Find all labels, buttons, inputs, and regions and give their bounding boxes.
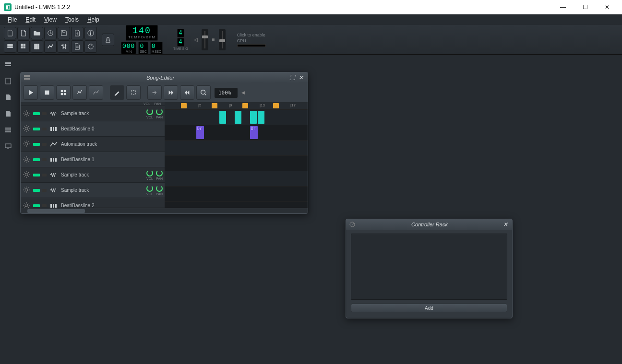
metronome-button[interactable] (102, 34, 114, 46)
clip[interactable] (258, 111, 264, 124)
new-file-button[interactable] (4, 27, 16, 39)
timeline-row[interactable] (165, 141, 308, 156)
track-gear-icon[interactable] (23, 186, 31, 195)
menu-file[interactable]: File (4, 15, 21, 24)
track-name[interactable]: Sample track (61, 111, 144, 116)
master-pitch-slider[interactable] (219, 29, 226, 50)
clip[interactable] (273, 103, 279, 108)
track-gear-icon[interactable] (23, 155, 31, 164)
controller-rack-titlebar[interactable]: Controller Rack ✕ (346, 219, 512, 230)
side-presets-icon[interactable] (2, 91, 14, 104)
song-editor-close-button[interactable]: ✕ (297, 74, 305, 82)
skip-forward-button[interactable] (164, 85, 178, 100)
track-mute-button[interactable] (33, 128, 40, 130)
controller-rack-close-button[interactable]: ✕ (502, 221, 509, 228)
track-gear-icon[interactable] (23, 201, 31, 208)
bbeditor-button[interactable] (17, 40, 30, 53)
record-accompany-button[interactable] (72, 85, 87, 100)
track-gear-icon[interactable] (23, 171, 31, 179)
track-name[interactable]: Automation track (61, 141, 163, 147)
track-row[interactable]: Automation track (21, 137, 165, 152)
track-mute-button[interactable] (33, 204, 40, 207)
menu-help[interactable]: Help (84, 15, 103, 24)
menu-tools[interactable]: Tools (61, 15, 83, 24)
track-row[interactable]: Sample trackVOLPAN (21, 106, 165, 121)
track-solo-button[interactable] (42, 204, 47, 207)
side-monitor-icon[interactable] (2, 140, 14, 153)
automation-button[interactable] (44, 40, 57, 53)
clip[interactable]: Dr (250, 126, 258, 139)
side-instruments-icon[interactable] (2, 59, 14, 71)
track-solo-button[interactable] (42, 158, 47, 161)
side-samples-icon[interactable] (2, 75, 14, 87)
track-row[interactable]: Sample trackVOLPAN (21, 183, 165, 198)
close-button[interactable]: ✕ (596, 0, 618, 14)
fxmixer-button[interactable] (58, 40, 70, 53)
track-mute-button[interactable] (33, 174, 40, 176)
clip[interactable] (212, 103, 217, 108)
track-solo-button[interactable] (42, 174, 47, 176)
record-button[interactable] (56, 85, 71, 100)
track-row[interactable]: Beat/Bassline 2 (21, 198, 165, 208)
track-row[interactable]: Beat/Bassline 1 (21, 152, 165, 167)
track-gear-icon[interactable] (23, 125, 31, 133)
track-mute-button[interactable] (33, 158, 40, 161)
track-row[interactable]: Beat/Bassline 0 (21, 121, 165, 137)
timesig[interactable]: 4 4 TIME SIG (173, 29, 188, 50)
timeline-row[interactable] (165, 110, 308, 125)
zoom-dropdown-icon[interactable]: ◀ (241, 90, 245, 95)
zoom-value[interactable]: 100% (215, 88, 238, 98)
timeline-row[interactable] (165, 156, 308, 171)
new-template-button[interactable] (17, 27, 30, 39)
track-name[interactable]: Beat/Bassline 2 (61, 203, 163, 208)
minimize-button[interactable]: — (552, 0, 574, 14)
track-solo-button[interactable] (42, 189, 47, 192)
maximize-button[interactable]: ☐ (574, 0, 596, 14)
menu-view[interactable]: View (40, 15, 60, 24)
track-name[interactable]: Sample track (61, 172, 144, 177)
controller-add-button[interactable]: Add (351, 304, 507, 312)
clip[interactable] (219, 111, 226, 124)
side-computer-icon[interactable] (2, 124, 14, 136)
song-editor-maximize-button[interactable]: ⛶ (288, 74, 296, 82)
recent-button[interactable] (44, 27, 57, 39)
clip[interactable] (250, 111, 257, 124)
open-button[interactable] (31, 27, 43, 39)
track-solo-button[interactable] (42, 112, 47, 115)
notes-button[interactable] (71, 40, 84, 53)
edit-mode-button[interactable] (126, 85, 141, 100)
skip-back-button[interactable] (180, 85, 194, 100)
save-button[interactable] (58, 27, 70, 39)
track-name[interactable]: Beat/Bassline 1 (61, 157, 163, 162)
track-mute-button[interactable] (33, 112, 40, 115)
stop-button[interactable] (40, 85, 54, 100)
export-button[interactable] (71, 27, 84, 39)
master-volume-slider[interactable] (202, 29, 208, 50)
track-mute-button[interactable] (33, 189, 40, 192)
menu-edit[interactable]: Edit (22, 15, 39, 24)
timeline-row[interactable] (165, 187, 308, 202)
goto-next-button[interactable] (147, 85, 162, 100)
side-home-icon[interactable] (2, 107, 14, 120)
clip[interactable] (242, 103, 248, 108)
track-solo-button[interactable] (42, 143, 47, 146)
timeline[interactable]: |5 |9 |13 |17 DrDr (165, 102, 308, 208)
songeditor-button[interactable] (4, 40, 16, 53)
pianoroll-button[interactable] (31, 40, 43, 53)
track-mute-button[interactable] (33, 143, 40, 146)
timeline-row[interactable] (165, 102, 308, 110)
track-gear-icon[interactable] (23, 140, 31, 149)
track-name[interactable]: Sample track (61, 188, 144, 193)
track-name[interactable]: Beat/Bassline 0 (61, 126, 163, 131)
song-editor-titlebar[interactable]: Song-Editor ⛶ ✕ (21, 72, 308, 83)
track-solo-button[interactable] (42, 128, 47, 130)
track-row[interactable]: Sample trackVOLPAN (21, 167, 165, 183)
add-track-button[interactable] (89, 85, 103, 100)
clip[interactable] (181, 103, 187, 108)
track-gear-icon[interactable] (23, 109, 31, 118)
clip[interactable] (235, 111, 241, 124)
scrollbar-thumb[interactable] (27, 209, 85, 213)
timeline-row[interactable] (165, 171, 308, 187)
whatsthis-button[interactable]: i (84, 27, 97, 39)
song-scrollbar[interactable] (21, 208, 308, 213)
